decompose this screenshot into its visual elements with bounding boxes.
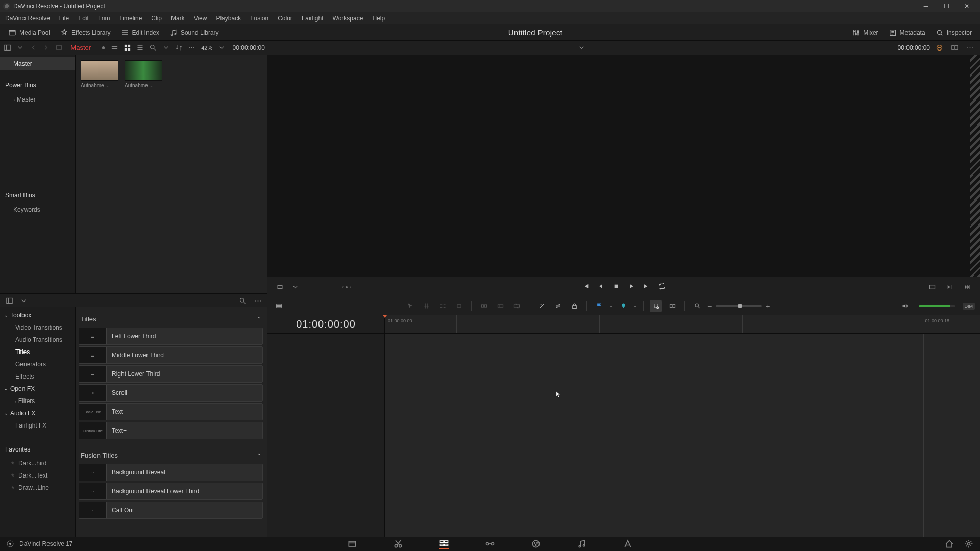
title-left-lower-third[interactable]: ▬Left Lower Third (79, 328, 263, 345)
menu-color[interactable]: Color (274, 13, 297, 23)
replace-clip-icon[interactable] (510, 300, 523, 312)
favorite-item[interactable]: Dark...Text (0, 469, 75, 482)
timeline-ruler[interactable]: 01:00:00:00 01:00:00:18 (385, 315, 980, 333)
inspector-toggle[interactable]: Inspector (930, 27, 977, 39)
menu-playback[interactable]: Playback (212, 13, 245, 23)
sidebar-toggle-icon[interactable] (2, 42, 13, 54)
window-maximize-button[interactable]: ☐ (936, 0, 957, 12)
search-icon[interactable] (236, 294, 249, 307)
nav-back-icon[interactable] (28, 42, 39, 54)
blade-mode-icon[interactable] (453, 300, 465, 312)
fx-effects[interactable]: Effects (0, 370, 75, 383)
zoom-to-fit-icon[interactable] (691, 300, 703, 312)
volume-slider[interactable] (919, 305, 955, 307)
zoom-in-button[interactable]: + (766, 302, 770, 310)
prev-tool-icon[interactable]: ‹ (342, 285, 344, 290)
sort-icon[interactable] (174, 42, 184, 54)
track-area[interactable] (385, 334, 980, 537)
menu-clip[interactable]: Clip (147, 13, 166, 23)
fx-audio-transitions[interactable]: Audio Transitions (0, 334, 75, 346)
media-pool-grid[interactable]: Aufnahme ... Aufnahme ... (76, 55, 267, 293)
window-close-button[interactable]: ✕ (957, 0, 977, 12)
more-options-icon[interactable]: ⋯ (964, 42, 976, 54)
zoom-out-button[interactable]: − (707, 302, 712, 310)
media-page-button[interactable] (347, 539, 357, 549)
fusion-page-button[interactable] (485, 539, 495, 549)
selection-mode-icon[interactable] (404, 300, 416, 312)
deliver-page-button[interactable] (623, 539, 633, 549)
playhead[interactable] (385, 315, 385, 333)
import-media-icon[interactable] (54, 42, 64, 54)
menu-help[interactable]: Help (368, 13, 389, 23)
dim-button[interactable]: DIM (963, 303, 975, 310)
search-icon[interactable] (148, 42, 158, 54)
prev-frame-button[interactable] (597, 282, 605, 292)
titles-section-header[interactable]: Titles⌃ (79, 312, 263, 326)
chevron-down-icon[interactable] (575, 42, 587, 54)
flag-icon[interactable] (593, 300, 605, 312)
title-right-lower-third[interactable]: ▬Right Lower Third (79, 365, 263, 383)
viewer-canvas[interactable] (267, 55, 980, 277)
mixer-toggle[interactable]: Mixer (847, 27, 883, 39)
menu-mark[interactable]: Mark (167, 13, 189, 23)
menu-fairlight[interactable]: Fairlight (298, 13, 328, 23)
fairlight-page-button[interactable] (577, 539, 587, 549)
menu-davinciresolve[interactable]: DaVinci Resolve (1, 13, 54, 23)
chevron-down-icon[interactable] (15, 42, 26, 54)
loop-button[interactable] (658, 282, 666, 292)
trim-mode-icon[interactable] (420, 300, 432, 312)
chevron-down-icon[interactable]: ⌄ (609, 304, 613, 308)
title-scroll[interactable]: ≡Scroll (79, 384, 263, 402)
fx-audiofx[interactable]: ⌄Audio FX (0, 407, 75, 419)
smart-bin-keywords[interactable]: Keywords (0, 203, 75, 216)
play-button[interactable] (627, 282, 635, 292)
snapping-icon[interactable] (650, 300, 662, 312)
menu-file[interactable]: File (55, 13, 73, 23)
last-frame-button[interactable] (643, 282, 651, 292)
volume-icon[interactable] (899, 300, 912, 312)
media-clip[interactable]: Aufnahme ... (125, 60, 162, 88)
edit-page-button[interactable] (439, 539, 449, 549)
favorite-item[interactable]: Draw...Line (0, 482, 75, 494)
fusion-title-bg-reveal-lower[interactable]: ▭Background Reveal Lower Third (79, 483, 263, 500)
bin-master[interactable]: Master (0, 57, 75, 70)
fusion-titles-section-header[interactable]: Fusion Titles⌃ (79, 448, 263, 462)
menu-trim[interactable]: Trim (94, 13, 114, 23)
sound-library-toggle[interactable]: Sound Library (164, 27, 224, 39)
zoom-slider[interactable] (716, 305, 762, 307)
chevron-down-icon[interactable]: ⌄ (633, 304, 637, 308)
fx-video-transitions[interactable]: Video Transitions (0, 321, 75, 334)
power-bin-master[interactable]: ›Master (0, 93, 75, 106)
track-header-area[interactable] (267, 334, 385, 537)
stop-button[interactable] (612, 282, 620, 292)
fusion-title-call-out[interactable]: ◦Call Out (79, 502, 263, 519)
menu-workspace[interactable]: Workspace (329, 13, 368, 23)
project-settings-button[interactable] (964, 539, 974, 549)
chevron-down-icon[interactable] (17, 294, 30, 307)
transform-overlay-icon[interactable] (274, 281, 286, 293)
more-options-icon[interactable]: ⋯ (186, 42, 197, 54)
linked-selection-icon[interactable] (666, 300, 678, 312)
chevron-down-icon[interactable] (216, 42, 227, 54)
fx-titles[interactable]: Titles (0, 346, 75, 358)
bypass-icon[interactable] (933, 42, 945, 54)
fusion-title-bg-reveal[interactable]: ▭Background Reveal (79, 464, 263, 481)
timeline-timecode[interactable]: 01:00:00:00 (267, 315, 385, 333)
breadcrumb[interactable]: Master (66, 44, 95, 52)
insert-clip-icon[interactable] (478, 300, 490, 312)
window-minimize-button[interactable]: ─ (916, 0, 936, 12)
next-clip-icon[interactable] (943, 281, 955, 293)
thumbnail-view-icon[interactable] (122, 42, 133, 54)
first-frame-button[interactable] (581, 282, 590, 292)
fx-toolbox[interactable]: ⌄Toolbox (0, 309, 75, 321)
color-page-button[interactable] (531, 539, 541, 549)
blade-tool-icon[interactable] (535, 300, 548, 312)
menu-edit[interactable]: Edit (74, 13, 93, 23)
zoom-percentage[interactable]: 42% (201, 45, 212, 51)
edit-index-toggle[interactable]: Edit Index (116, 27, 164, 39)
dual-viewer-icon[interactable] (948, 42, 961, 54)
effects-library-toggle[interactable]: Effects Library (55, 27, 115, 39)
favorite-item[interactable]: Dark...hird (0, 457, 75, 469)
nav-forward-icon[interactable] (41, 42, 52, 54)
metadata-toggle[interactable]: Metadata (884, 27, 930, 39)
